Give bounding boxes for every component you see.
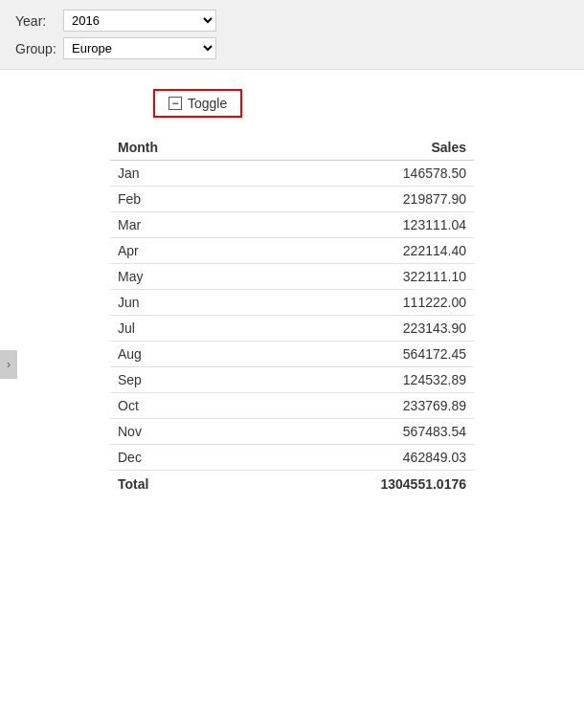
row-sales: 223143.90 [239, 316, 474, 342]
table-row: Apr222114.40 [110, 238, 474, 264]
row-month: Jul [110, 316, 239, 342]
sidebar-arrow-icon: › [7, 358, 11, 371]
row-sales: 567483.54 [239, 419, 474, 445]
row-sales: 322111.10 [239, 264, 474, 290]
toggle-button[interactable]: − Toggle [153, 89, 242, 118]
year-label: Year: [15, 13, 63, 29]
main-content: − Toggle Month Sales Jan146578.50Feb2198… [0, 70, 584, 517]
toggle-label: Toggle [188, 96, 227, 111]
table-row: Mar123111.04 [110, 212, 474, 238]
row-month: Nov [110, 419, 239, 445]
row-month: Mar [110, 212, 239, 238]
row-sales: 123111.04 [239, 212, 474, 238]
row-sales: 111222.00 [239, 290, 474, 316]
row-month: Feb [110, 187, 239, 212]
row-sales: 564172.45 [239, 342, 474, 367]
toggle-icon: − [168, 97, 182, 110]
row-month: Oct [110, 393, 239, 419]
table-row: Jun111222.00 [110, 290, 474, 316]
year-select[interactable]: 2016 2017 2018 [63, 10, 216, 32]
row-sales: 222114.40 [239, 238, 474, 264]
row-sales: 233769.89 [239, 393, 474, 419]
total-value: 1304551.0176 [239, 471, 474, 498]
row-month: Jun [110, 290, 239, 316]
table-row: Jul223143.90 [110, 316, 474, 342]
group-select[interactable]: Europe Americas Asia [63, 37, 216, 59]
filters-bar: Year: 2016 2017 2018 Group: Europe Ameri… [0, 0, 584, 70]
total-row: Total 1304551.0176 [110, 471, 474, 498]
table-row: Oct233769.89 [110, 393, 474, 419]
group-label: Group: [15, 41, 63, 56]
table-row: Sep124532.89 [110, 367, 474, 393]
row-sales: 124532.89 [239, 367, 474, 393]
row-month: Sep [110, 367, 239, 393]
group-filter-row: Group: Europe Americas Asia [15, 37, 569, 59]
table-row: Nov567483.54 [110, 419, 474, 445]
row-month: May [110, 264, 239, 290]
row-month: Jan [110, 161, 239, 187]
sales-table: Month Sales Jan146578.50Feb219877.90Mar1… [110, 135, 474, 497]
year-filter-row: Year: 2016 2017 2018 [15, 10, 569, 32]
table-row: May322111.10 [110, 264, 474, 290]
row-month: Apr [110, 238, 239, 264]
table-row: Aug564172.45 [110, 342, 474, 367]
row-sales: 146578.50 [239, 161, 474, 187]
table-row: Jan146578.50 [110, 161, 474, 187]
table-row: Dec462849.03 [110, 445, 474, 471]
row-month: Aug [110, 342, 239, 367]
total-label: Total [110, 471, 239, 498]
sidebar-toggle[interactable]: › [0, 350, 17, 379]
row-month: Dec [110, 445, 239, 471]
col-header-month: Month [110, 135, 239, 161]
table-row: Feb219877.90 [110, 187, 474, 212]
row-sales: 219877.90 [239, 187, 474, 212]
row-sales: 462849.03 [239, 445, 474, 471]
col-header-sales: Sales [239, 135, 474, 161]
